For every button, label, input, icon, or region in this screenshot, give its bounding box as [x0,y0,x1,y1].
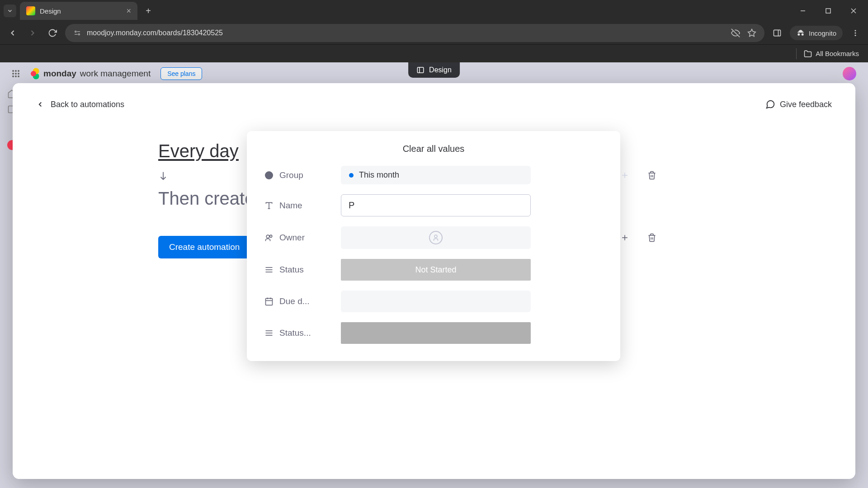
maximize-button[interactable] [817,3,839,19]
all-bookmarks-button[interactable]: All Bookmarks [804,50,859,58]
svg-point-32 [266,235,269,238]
incognito-badge[interactable]: Incognito [790,26,843,40]
avatar[interactable] [843,67,856,80]
calendar-icon [264,296,274,306]
svg-point-16 [15,70,17,72]
forward-button[interactable] [25,26,40,40]
browser-chrome: Design × + moo [0,0,868,62]
delete-field-button[interactable] [646,232,657,243]
tab-bar: Design × + [0,0,868,22]
see-plans-button[interactable]: See plans [160,67,202,80]
add-field-button[interactable] [619,170,630,181]
brand-logo-area[interactable]: monday work management [27,67,151,80]
owner-label: Owner [279,233,305,243]
svg-rect-40 [266,298,273,305]
svg-point-15 [12,70,14,72]
text-icon [264,201,274,211]
field-row-status-2: Status... [264,322,603,344]
brand-name-bold: monday [43,69,76,79]
back-label: Back to automations [51,100,124,109]
group-label: Group [279,170,303,180]
svg-point-12 [855,30,856,31]
page-viewport: monday work management See plans Design … [0,62,868,488]
close-tab-button[interactable]: × [126,6,131,16]
feedback-label: Give feedback [780,100,832,109]
inbox-icon[interactable] [752,67,762,77]
group-color-dot [349,173,354,178]
due-date-label: Due d... [279,296,310,306]
brand-name-light: work management [80,69,151,79]
delete-field-button[interactable] [646,170,657,181]
field-row-name: Name [264,194,603,216]
svg-rect-1 [826,9,830,13]
bookmark-star-icon[interactable] [747,28,756,38]
back-button[interactable] [5,26,20,40]
automation-modal: Back to automations Give feedback Every … [13,83,855,479]
site-info-icon[interactable] [73,29,81,37]
group-select[interactable]: This month [341,166,531,184]
monday-logo-icon [27,67,40,80]
svg-point-6 [78,34,80,35]
browser-tab[interactable]: Design × [20,2,137,20]
all-bookmarks-label: All Bookmarks [816,50,859,57]
clear-all-values-link[interactable]: Clear all values [264,144,603,154]
panel-icon [416,66,425,74]
close-window-button[interactable] [843,3,864,19]
browser-menu-button[interactable] [848,26,863,40]
name-label: Name [279,201,302,211]
name-input[interactable] [341,194,531,216]
reload-button[interactable] [45,26,60,40]
field-row-owner: Owner [264,226,603,249]
notifications-icon[interactable] [734,67,744,77]
status-icon [264,265,274,275]
apps-menu-icon[interactable] [12,70,20,78]
create-automation-button[interactable]: Create automation [158,236,250,258]
svg-point-23 [18,75,19,77]
svg-point-13 [855,33,856,34]
tab-title: Design [40,7,61,15]
svg-point-33 [270,235,272,237]
svg-point-17 [18,70,19,72]
due-date-select[interactable] [341,291,531,312]
group-value: This month [359,170,399,180]
owner-select[interactable] [341,226,531,249]
status-select[interactable]: Not Started [341,259,531,281]
add-field-button[interactable] [619,232,630,243]
field-row-due-date: Due d... [264,291,603,312]
chevron-left-icon [36,100,44,108]
url-bar[interactable]: moodjoy.monday.com/boards/1830420525 [65,24,764,42]
url-text: moodjoy.monday.com/boards/1830420525 [87,29,223,37]
invite-icon[interactable] [770,67,780,77]
page-tab-label: Design [429,66,452,74]
status2-label: Status... [279,328,311,338]
svg-point-20 [18,73,19,75]
page-tab-indicator[interactable]: Design [408,62,460,78]
field-row-group: Group This month [264,166,603,184]
then-label: Then create [158,188,255,208]
people-icon [264,233,274,243]
new-tab-button[interactable]: + [141,4,156,18]
status2-select[interactable] [341,322,531,344]
svg-point-14 [855,35,856,36]
item-values-popup: Clear all values Group This month [247,131,620,361]
svg-point-19 [15,73,17,75]
minimize-button[interactable] [792,3,814,19]
give-feedback-link[interactable]: Give feedback [765,99,832,109]
feedback-icon [765,99,775,109]
window-controls [792,3,864,19]
svg-point-34 [434,235,437,238]
modal-header: Back to automations Give feedback [36,99,832,109]
integrations-icon[interactable] [788,67,798,77]
eye-off-icon[interactable] [731,28,740,38]
bookmarks-bar: All Bookmarks [0,44,868,62]
back-to-automations-link[interactable]: Back to automations [36,100,124,109]
tab-search-button[interactable] [4,5,16,17]
side-panel-button[interactable] [770,26,784,40]
group-icon [264,170,274,180]
trigger-label: Every day [158,141,239,161]
svg-point-4 [75,31,76,33]
svg-point-21 [12,75,14,77]
search-icon[interactable] [807,67,816,77]
help-icon[interactable] [825,67,835,77]
svg-point-18 [12,73,14,75]
